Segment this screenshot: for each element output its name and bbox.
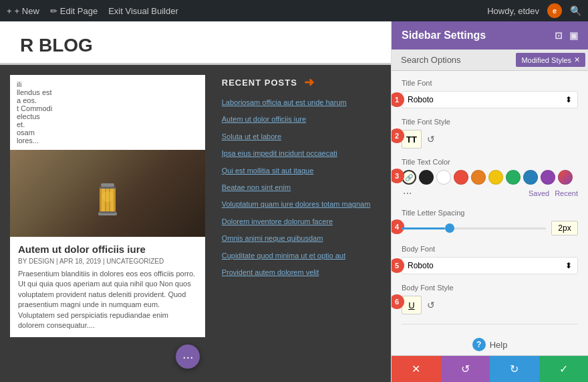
list-item[interactable]: Beatae non sint enim [222,183,384,193]
blog-left-column: ili llendus est a eos. t Commodi electus… [0,65,215,372]
redo-button[interactable]: ↻ [490,356,539,382]
avatar[interactable]: e [547,3,562,18]
search-options-label[interactable]: Search Options [392,50,513,70]
tt-button[interactable]: TT [402,130,422,149]
card-title: Autem ut dolor officiis iure [18,244,197,255]
body-font-group: 5 Body Font Roboto ⬍ [402,245,578,274]
slider-thumb[interactable] [445,223,454,233]
save-icon: ✓ [559,363,568,375]
recent-posts-header: RECENT POSTS ➜ [222,75,384,90]
body-font-select[interactable]: Roboto ⬍ [402,257,578,274]
title-font-style-label: Title Font Style [402,118,578,126]
edit-page-button[interactable]: ✏ Edit Page [50,6,98,16]
color-actions-row: ··· Saved Recent [402,187,578,199]
link-icon: 🔗 [405,174,413,181]
page-content: R BLOG ili llendus est a eos. t Commodi … [0,21,391,382]
chevron-icon: ⬍ [565,261,572,270]
sidebar-settings-panel: Sidebar Settings ⊡ ▣ Search Options Modi… [391,21,588,382]
more-colors-button[interactable]: ··· [402,187,413,199]
divider [402,324,578,324]
slider-track [402,227,546,229]
sidebar-footer: ✕ ↺ ↻ ✓ [392,355,588,382]
admin-bar: + + New ✏ Edit Page Exit Visual Builder … [0,0,588,21]
body-font-style-row: U ↺ [402,296,578,314]
color-swatches-row: 🔗 [402,170,578,185]
saved-link[interactable]: Saved [529,189,549,197]
sidebar-title: Sidebar Settings [402,29,486,41]
color-swatch-black[interactable] [419,170,434,185]
undo-button[interactable]: ↺ [441,356,490,382]
letter-spacing-slider[interactable] [402,221,546,235]
fab-button[interactable]: ··· [176,345,200,369]
list-item[interactable]: Omnis animi neque quibusdam [222,233,384,244]
font-style-row: TT ↺ [402,130,578,149]
reset-icon[interactable]: ↺ [427,134,435,145]
body-font-style-label: Body Font Style [402,284,578,292]
svg-rect-7 [100,187,116,189]
blog-header: R BLOG [0,21,391,65]
color-swatch-purple[interactable] [541,170,555,185]
chevron-icon: ⬍ [565,95,572,104]
list-item[interactable]: Autem ut dolor officiis iure [222,114,384,124]
body-reset-icon[interactable]: ↺ [427,300,435,310]
cancel-icon: ✕ [412,363,420,375]
list-item[interactable]: Ipsa eius impedit incidunt occaecati [222,149,384,159]
help-row: ? Help [402,331,578,355]
cancel-button[interactable]: ✕ [392,356,441,382]
plus-icon: + [7,6,12,16]
recent-link[interactable]: Recent [555,189,578,197]
layout-icon[interactable]: ▣ [569,30,578,41]
color-action-links: Saved Recent [529,189,578,197]
sidebar-header: Sidebar Settings ⊡ ▣ [392,21,588,50]
list-item[interactable]: Qui est mollitia sit aut itaque [222,166,384,176]
redo-icon: ↻ [510,363,519,375]
blog-title: R BLOG [20,35,93,56]
color-swatch-green[interactable] [506,170,521,185]
exit-builder-button[interactable]: Exit Visual Builder [108,6,178,16]
underline-button[interactable]: U [402,296,422,314]
body-font-style-group: 6 Body Font Style U ↺ [402,284,578,314]
svg-rect-0 [101,183,114,187]
sidebar-header-icons: ⊡ ▣ [555,30,578,41]
color-swatch-red[interactable] [454,170,468,185]
title-text-color-label: Title Text Color [402,158,578,166]
color-swatch-blue[interactable] [523,170,538,185]
color-swatch-orange[interactable] [471,170,486,185]
card-meta: BY DESIGN | APR 18, 2019 | UNCATEGORIZED [18,258,197,265]
title-font-select[interactable]: Roboto ⬍ [402,91,578,108]
color-swatch-white[interactable] [436,170,451,185]
list-item[interactable]: Provident autem dolorem velit [222,268,384,278]
blog-card: Autem ut dolor officiis iure BY DESIGN |… [10,150,205,337]
list-item[interactable]: Soluta ut et labore [222,132,384,142]
search-icon[interactable]: 🔍 [570,5,581,16]
partial-card: ili llendus est a eos. t Commodi electus… [10,75,205,150]
title-font-group: 1 Title Font Roboto ⬍ [402,79,578,108]
help-icon[interactable]: ? [472,338,486,351]
save-button[interactable]: ✓ [539,356,589,382]
dots-icon: ··· [182,349,194,365]
lantern-illustration [88,173,128,233]
card-excerpt: Praesentium blanditiis in dolores eos eo… [18,269,197,330]
list-item[interactable]: Cupiditate quod minima ut et optio aut [222,251,384,261]
title-letter-spacing-group: 4 Title Letter Spacing 2px [402,209,578,235]
card-body: Autem ut dolor officiis iure BY DESIGN |… [10,237,205,337]
undo-icon: ↺ [461,363,470,375]
list-item[interactable]: Dolorem inventore dolorum facere [222,217,384,227]
svg-point-6 [102,191,113,202]
body-font-label: Body Font [402,245,578,253]
color-swatch-yellow[interactable] [488,170,503,185]
howdy-text: Howdy, etdev [487,6,539,16]
recent-posts-list: Laboriosam officia aut est unde harum Au… [222,98,384,278]
new-button[interactable]: + + New [7,6,39,16]
list-item[interactable]: Voluptatum quam iure dolores totam magna… [222,199,384,209]
letter-spacing-row: 2px [402,221,578,235]
modified-styles-badge[interactable]: Modified Styles ✕ [516,53,585,67]
sidebar-search-bar: Search Options Modified Styles ✕ [392,50,588,71]
title-font-style-group: 2 Title Font Style TT ↺ [402,118,578,149]
color-swatch-gradient[interactable] [558,170,573,185]
letter-spacing-label: Title Letter Spacing [402,209,578,217]
list-item[interactable]: Laboriosam officia aut est unde harum [222,98,384,108]
responsive-icon[interactable]: ⊡ [555,30,563,41]
svg-rect-8 [100,211,116,213]
spacing-value[interactable]: 2px [551,221,578,235]
